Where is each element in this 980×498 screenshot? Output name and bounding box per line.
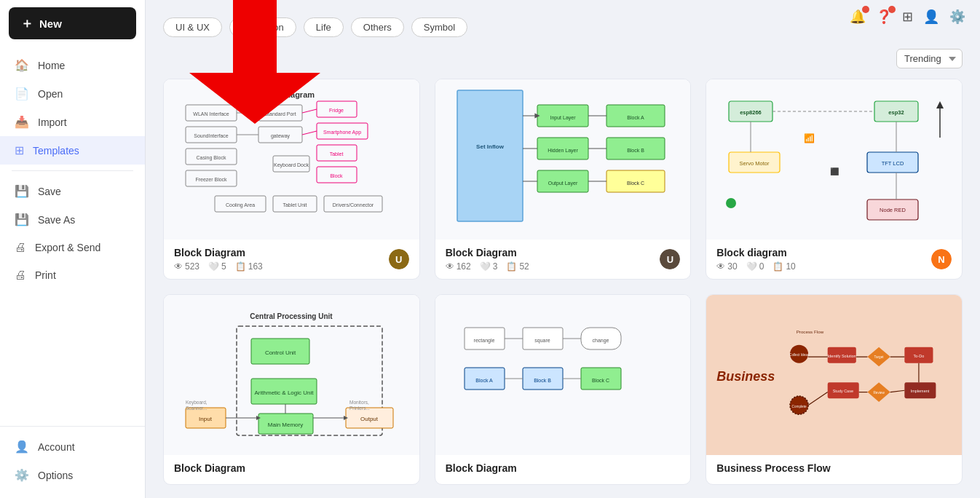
sidebar-label-options: Options <box>38 470 73 481</box>
svg-text:Block A: Block A <box>627 115 644 120</box>
diagram-svg-3: esp8266 esp32 Servo Motor TFT LCD Node R… <box>722 87 947 232</box>
account-icon: 👤 <box>15 440 29 454</box>
svg-text:SoundInterface: SoundInterface <box>194 133 229 138</box>
help-icon[interactable]: ❓ <box>876 9 892 25</box>
svg-text:Output: Output <box>360 416 379 422</box>
avatar-img-1: U <box>389 249 409 269</box>
svg-text:📶: 📶 <box>803 133 814 143</box>
card-business-flow[interactable]: Business Process Flow Collect Ideas Iden… <box>706 294 963 485</box>
svg-rect-34 <box>457 90 523 221</box>
sidebar-item-open[interactable]: 📄 Open <box>0 79 145 108</box>
card-block-diagram-5[interactable]: rectangle square change Block A Block B … <box>435 294 692 485</box>
svg-text:Identify Solution: Identify Solution <box>828 353 856 357</box>
svg-text:Casing Block: Casing Block <box>197 155 226 161</box>
svg-point-64 <box>726 198 736 208</box>
svg-text:Tablet Unit: Tablet Unit <box>283 202 307 208</box>
sidebar-item-options[interactable]: ⚙️ Options <box>0 461 145 489</box>
svg-text:Node RED: Node RED <box>880 207 906 213</box>
open-icon: 📄 <box>15 87 29 100</box>
likes-stat-1: 🤍 5 <box>208 261 226 272</box>
sidebar-item-export[interactable]: 🖨 Export & Send <box>0 234 145 261</box>
sidebar-item-print[interactable]: 🖨 Print <box>0 261 145 289</box>
sidebar: ＋ New 🏠 Home 📄 Open 📥 Import ⊞ Templates… <box>0 0 146 498</box>
sidebar-item-save[interactable]: 💾 Save <box>0 177 145 205</box>
sidebar-label-open: Open <box>38 88 63 100</box>
svg-text:Drivers/Connector: Drivers/Connector <box>333 202 374 208</box>
svg-line-131 <box>808 392 828 405</box>
avatar-img-3: N <box>931 249 952 269</box>
svg-text:gateway: gateway <box>271 133 291 139</box>
views-stat-3: 👁 30 <box>716 261 737 272</box>
sort-select[interactable]: Trending Newest Popular <box>896 49 963 68</box>
sidebar-item-saveas[interactable]: 💾 Save As <box>0 205 145 234</box>
card-stats-2: 👁 162 🤍 3 📋 52 <box>446 261 529 272</box>
save-icon: 💾 <box>15 184 29 198</box>
card-title-4: Block Diagram <box>174 462 245 474</box>
card-thumb-3: esp8266 esp32 Servo Motor TFT LCD Node R… <box>706 79 962 240</box>
card-stats-3: 👁 30 🤍 0 📋 10 <box>716 261 795 272</box>
svg-text:Set Inflow: Set Inflow <box>476 143 505 150</box>
diagram-svg-2: Set Inflow Input Layer Hidden Layer Outp… <box>450 79 676 240</box>
diagram-svg-4: Central Processing Unit Control Unit Ari… <box>178 306 404 444</box>
svg-text:Collect Ideas: Collect Ideas <box>789 353 810 357</box>
card-avatar-2: U <box>660 249 680 269</box>
category-life[interactable]: Life <box>304 17 344 37</box>
notification-badge <box>862 6 869 13</box>
svg-text:Block Diagram: Block Diagram <box>258 90 315 99</box>
card-cpu-diagram[interactable]: Central Processing Unit Control Unit Ari… <box>163 294 420 485</box>
category-others[interactable]: Others <box>351 17 404 37</box>
sidebar-item-home[interactable]: 🏠 Home <box>0 51 145 79</box>
sidebar-label-save: Save <box>38 186 61 197</box>
sort-row: Trending Newest Popular <box>163 49 963 68</box>
category-uiux[interactable]: UI & UX <box>163 17 222 37</box>
svg-text:Keyboard Dock: Keyboard Dock <box>274 162 309 168</box>
card-info-4: Block Diagram <box>164 455 419 484</box>
card-block-diagram-2[interactable]: Set Inflow Input Layer Hidden Layer Outp… <box>435 79 692 280</box>
card-block-diagram-3[interactable]: esp8266 esp32 Servo Motor TFT LCD Node R… <box>706 79 963 280</box>
svg-text:esp8266: esp8266 <box>740 109 762 116</box>
sidebar-item-templates[interactable]: ⊞ Templates <box>0 136 145 165</box>
card-block-diagram-1[interactable]: Block Diagram WLAN Interface SoundInterf… <box>163 79 420 280</box>
svg-text:Input Layer: Input Layer <box>550 115 576 121</box>
templates-icon: ⊞ <box>15 143 24 157</box>
svg-text:change: change <box>593 338 609 344</box>
svg-text:Target: Target <box>874 355 885 359</box>
views-stat-1: 👁 523 <box>174 261 199 272</box>
svg-text:Printers...: Printers... <box>349 406 370 411</box>
likes-stat-2: 🤍 3 <box>480 261 498 272</box>
svg-text:Main Memory: Main Memory <box>268 422 303 428</box>
new-label: New <box>39 17 62 30</box>
card-info-6: Business Process Flow <box>706 455 962 484</box>
grid-icon[interactable]: ⊞ <box>902 9 913 25</box>
sidebar-item-import[interactable]: 📥 Import <box>0 108 145 136</box>
card-info-5: Block Diagram <box>435 455 691 484</box>
svg-text:Block A: Block A <box>475 378 493 383</box>
svg-text:Arithmetic & Logic Unit: Arithmetic & Logic Unit <box>255 390 315 396</box>
sidebar-label-home: Home <box>38 60 65 71</box>
user-icon[interactable]: 👤 <box>923 9 939 25</box>
copies-stat-2: 📋 52 <box>506 261 529 272</box>
diagram-svg-5: rectangle square change Block A Block B … <box>450 306 676 444</box>
svg-text:Block B: Block B <box>534 378 551 383</box>
diagram-svg-1: Block Diagram WLAN Interface SoundInterf… <box>178 83 404 236</box>
copies-stat-3: 📋 10 <box>772 261 795 272</box>
svg-marker-71 <box>936 101 944 108</box>
sidebar-label-saveas: Save As <box>38 214 75 226</box>
svg-text:Process Flow: Process Flow <box>797 328 824 333</box>
svg-text:Servo Motor: Servo Motor <box>739 160 769 167</box>
card-info-2: Block Diagram 👁 162 🤍 3 📋 52 U <box>435 240 691 279</box>
home-icon: 🏠 <box>15 58 29 72</box>
svg-text:TFT LCD: TFT LCD <box>881 160 904 167</box>
sidebar-item-account[interactable]: 👤 Account <box>0 432 145 461</box>
svg-text:rectangle: rectangle <box>474 338 495 344</box>
category-row: UI & UX Education Life Others Symbol <box>163 17 963 37</box>
views-stat-2: 👁 162 <box>446 261 471 272</box>
settings-icon[interactable]: ⚙️ <box>949 9 965 25</box>
category-education[interactable]: Education <box>229 17 296 37</box>
new-button[interactable]: ＋ New <box>9 7 136 39</box>
svg-text:Smartphone App: Smartphone App <box>323 130 361 135</box>
cards-grid: Block Diagram WLAN Interface SoundInterf… <box>163 79 963 485</box>
category-symbol[interactable]: Symbol <box>411 17 467 37</box>
svg-text:Review: Review <box>874 390 885 394</box>
notifications-icon[interactable]: 🔔 <box>850 9 866 25</box>
